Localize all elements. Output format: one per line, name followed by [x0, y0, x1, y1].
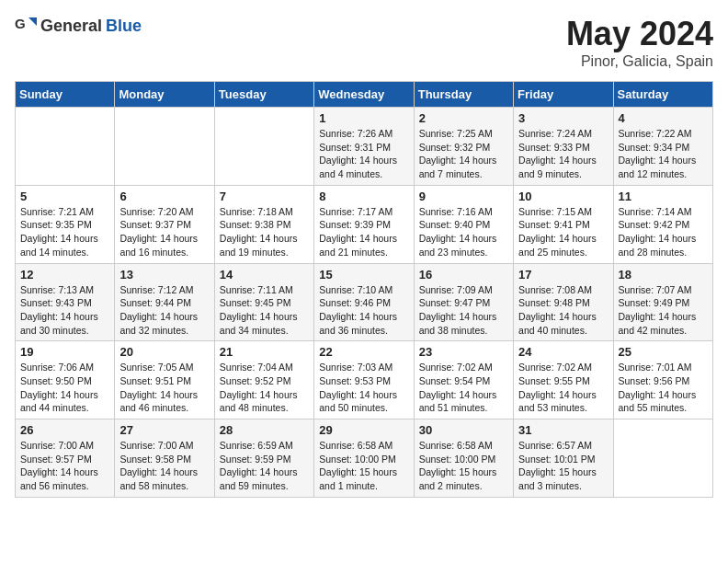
sunset-text: Sunset: 9:37 PM [119, 219, 191, 230]
day-number: 5 [20, 190, 109, 203]
daylight-text: Daylight: 14 hours and 12 minutes. [619, 155, 697, 179]
cell-info: Sunrise: 7:14 AM Sunset: 9:42 PM Dayligh… [619, 205, 708, 259]
cell-info: Sunrise: 7:10 AM Sunset: 9:46 PM Dayligh… [319, 283, 408, 338]
cell-info: Sunrise: 7:03 AM Sunset: 9:53 PM Dayligh… [319, 361, 408, 415]
day-number: 6 [119, 190, 209, 203]
svg-text:G: G [15, 16, 26, 31]
sunrise-text: Sunrise: 7:09 AM [419, 284, 493, 295]
calendar-cell: 5 Sunrise: 7:21 AM Sunset: 9:35 PM Dayli… [16, 185, 115, 263]
day-of-week-header: Friday [514, 82, 613, 108]
calendar-cell: 14 Sunrise: 7:11 AM Sunset: 9:45 PM Dayl… [214, 263, 313, 341]
calendar-cell: 11 Sunrise: 7:14 AM Sunset: 9:42 PM Dayl… [613, 185, 712, 263]
daylight-text: Daylight: 14 hours and 59 minutes. [220, 466, 298, 491]
cell-info: Sunrise: 7:01 AM Sunset: 9:56 PM Dayligh… [619, 361, 708, 415]
day-number: 10 [518, 190, 608, 203]
cell-info: Sunrise: 7:04 AM Sunset: 9:52 PM Dayligh… [220, 361, 309, 415]
sunset-text: Sunset: 9:35 PM [20, 219, 92, 230]
calendar-cell [214, 108, 313, 186]
daylight-text: Daylight: 14 hours and 55 minutes. [619, 389, 697, 414]
sunrise-text: Sunrise: 7:20 AM [119, 206, 193, 217]
calendar-cell: 1 Sunrise: 7:26 AM Sunset: 9:31 PM Dayli… [314, 108, 414, 186]
calendar-cell: 22 Sunrise: 7:03 AM Sunset: 9:53 PM Dayl… [314, 341, 414, 419]
day-number: 18 [619, 268, 708, 282]
calendar-cell: 29 Sunrise: 6:58 AM Sunset: 10:00 PM Day… [314, 419, 414, 498]
logo-icon: G [15, 15, 37, 37]
day-number: 27 [119, 423, 209, 437]
sunset-text: Sunset: 9:54 PM [419, 375, 491, 386]
cell-info: Sunrise: 7:21 AM Sunset: 9:35 PM Dayligh… [20, 205, 109, 259]
sunrise-text: Sunrise: 7:16 AM [419, 206, 493, 217]
calendar-cell [613, 419, 712, 498]
sunset-text: Sunset: 9:48 PM [518, 297, 590, 308]
day-number: 25 [619, 345, 708, 359]
sunrise-text: Sunrise: 7:00 AM [119, 440, 193, 451]
calendar-cell: 21 Sunrise: 7:04 AM Sunset: 9:52 PM Dayl… [214, 341, 313, 419]
calendar-cell: 3 Sunrise: 7:24 AM Sunset: 9:33 PM Dayli… [514, 108, 613, 186]
day-number: 2 [419, 111, 508, 125]
calendar-cell: 20 Sunrise: 7:05 AM Sunset: 9:51 PM Dayl… [115, 341, 214, 419]
sunrise-text: Sunrise: 7:06 AM [20, 362, 94, 373]
sunset-text: Sunset: 9:31 PM [319, 142, 391, 153]
daylight-text: Daylight: 14 hours and 36 minutes. [319, 311, 397, 336]
calendar-week-row: 26 Sunrise: 7:00 AM Sunset: 9:57 PM Dayl… [16, 419, 713, 498]
day-number: 29 [319, 423, 408, 437]
cell-info: Sunrise: 7:09 AM Sunset: 9:47 PM Dayligh… [419, 283, 508, 338]
day-number: 1 [319, 111, 408, 125]
daylight-text: Daylight: 14 hours and 46 minutes. [119, 389, 198, 414]
calendar-cell: 6 Sunrise: 7:20 AM Sunset: 9:37 PM Dayli… [115, 185, 214, 263]
sunset-text: Sunset: 9:46 PM [319, 297, 391, 308]
cell-info: Sunrise: 7:02 AM Sunset: 9:54 PM Dayligh… [419, 361, 508, 415]
day-of-week-header: Monday [115, 82, 214, 108]
daylight-text: Daylight: 14 hours and 25 minutes. [518, 233, 597, 258]
calendar-cell: 17 Sunrise: 7:08 AM Sunset: 9:48 PM Dayl… [514, 263, 613, 341]
calendar-cell: 4 Sunrise: 7:22 AM Sunset: 9:34 PM Dayli… [613, 108, 712, 186]
day-header-row: SundayMondayTuesdayWednesdayThursdayFrid… [16, 82, 713, 108]
sunrise-text: Sunrise: 7:18 AM [220, 206, 293, 217]
sunset-text: Sunset: 9:38 PM [220, 219, 291, 230]
sunset-text: Sunset: 9:52 PM [220, 375, 291, 386]
calendar-cell: 12 Sunrise: 7:13 AM Sunset: 9:43 PM Dayl… [16, 263, 115, 341]
calendar-cell: 28 Sunrise: 6:59 AM Sunset: 9:59 PM Dayl… [214, 419, 313, 498]
daylight-text: Daylight: 14 hours and 34 minutes. [220, 311, 298, 336]
cell-info: Sunrise: 7:00 AM Sunset: 9:58 PM Dayligh… [119, 439, 209, 493]
day-number: 3 [518, 111, 608, 125]
cell-info: Sunrise: 7:13 AM Sunset: 9:43 PM Dayligh… [20, 283, 109, 338]
daylight-text: Daylight: 14 hours and 32 minutes. [119, 311, 198, 336]
sunrise-text: Sunrise: 7:13 AM [20, 284, 94, 295]
sunrise-text: Sunrise: 7:08 AM [518, 284, 592, 295]
cell-info: Sunrise: 7:18 AM Sunset: 9:38 PM Dayligh… [220, 205, 309, 259]
cell-info: Sunrise: 7:11 AM Sunset: 9:45 PM Dayligh… [220, 283, 309, 338]
sunset-text: Sunset: 9:56 PM [619, 375, 690, 386]
calendar-cell: 15 Sunrise: 7:10 AM Sunset: 9:46 PM Dayl… [314, 263, 414, 341]
cell-info: Sunrise: 7:05 AM Sunset: 9:51 PM Dayligh… [119, 361, 209, 415]
daylight-text: Daylight: 14 hours and 16 minutes. [119, 233, 198, 258]
daylight-text: Daylight: 14 hours and 30 minutes. [20, 311, 98, 336]
calendar-cell: 24 Sunrise: 7:02 AM Sunset: 9:55 PM Dayl… [514, 341, 613, 419]
sunrise-text: Sunrise: 7:21 AM [20, 206, 94, 217]
sunset-text: Sunset: 9:53 PM [319, 375, 391, 386]
sunrise-text: Sunrise: 7:25 AM [419, 128, 493, 139]
calendar-week-row: 19 Sunrise: 7:06 AM Sunset: 9:50 PM Dayl… [16, 341, 713, 419]
daylight-text: Daylight: 14 hours and 53 minutes. [518, 389, 597, 414]
calendar-cell: 8 Sunrise: 7:17 AM Sunset: 9:39 PM Dayli… [314, 185, 414, 263]
sunset-text: Sunset: 9:42 PM [619, 219, 690, 230]
sunset-text: Sunset: 9:58 PM [119, 454, 191, 465]
daylight-text: Daylight: 14 hours and 58 minutes. [119, 466, 198, 491]
logo: G General Blue [15, 15, 142, 37]
cell-info: Sunrise: 7:20 AM Sunset: 9:37 PM Dayligh… [119, 205, 209, 259]
sunrise-text: Sunrise: 7:02 AM [419, 362, 493, 373]
sunset-text: Sunset: 9:33 PM [518, 142, 590, 153]
day-number: 7 [220, 190, 309, 203]
sunset-text: Sunset: 9:51 PM [119, 375, 191, 386]
cell-info: Sunrise: 6:59 AM Sunset: 9:59 PM Dayligh… [220, 439, 309, 493]
calendar-week-row: 1 Sunrise: 7:26 AM Sunset: 9:31 PM Dayli… [16, 108, 713, 186]
sunrise-text: Sunrise: 7:07 AM [619, 284, 692, 295]
day-number: 9 [419, 190, 508, 203]
cell-info: Sunrise: 6:58 AM Sunset: 10:00 PM Daylig… [319, 439, 408, 493]
day-number: 22 [319, 345, 408, 359]
day-number: 23 [419, 345, 508, 359]
daylight-text: Daylight: 14 hours and 28 minutes. [619, 233, 697, 258]
sunset-text: Sunset: 9:50 PM [20, 375, 92, 386]
calendar-cell: 19 Sunrise: 7:06 AM Sunset: 9:50 PM Dayl… [16, 341, 115, 419]
cell-info: Sunrise: 6:58 AM Sunset: 10:00 PM Daylig… [419, 439, 508, 493]
